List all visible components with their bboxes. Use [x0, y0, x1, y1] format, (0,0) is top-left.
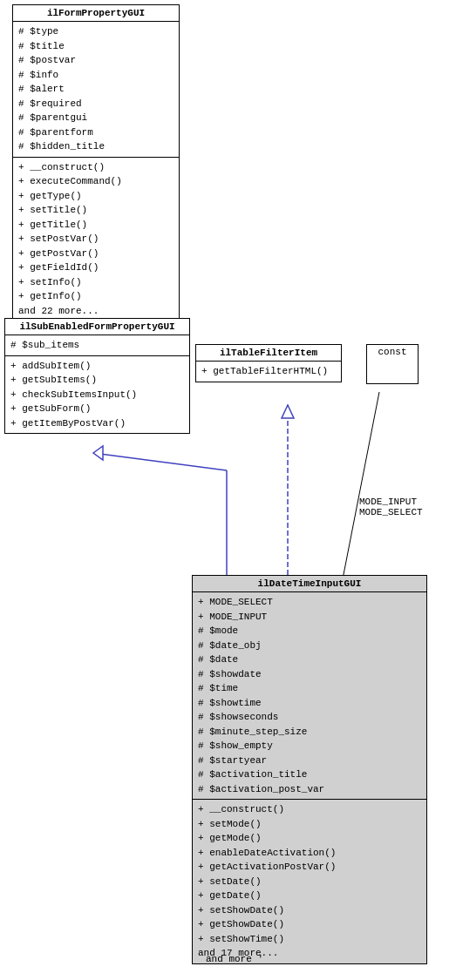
il-form-property-gui-box: ilFormPropertyGUI # $type # $title # $po…	[12, 4, 180, 336]
il-table-filter-item-title: ilTableFilterItem	[196, 345, 341, 362]
il-table-filter-item-box: ilTableFilterItem + getTableFilterHTML()	[195, 344, 342, 382]
il-form-property-gui-attributes: # $type # $title # $postvar # $info # $a…	[13, 22, 179, 158]
svg-line-7	[340, 392, 379, 592]
const-label: const	[372, 347, 412, 357]
diagram-container: ilFormPropertyGUI # $type # $title # $po…	[0, 0, 456, 980]
svg-marker-6	[282, 405, 294, 418]
svg-line-3	[93, 453, 227, 470]
il-sub-enabled-methods: + addSubItem() + getSubItems() + checkSu…	[5, 356, 189, 434]
il-datetime-input-gui-methods: + __construct() + setMode() + getMode() …	[193, 800, 426, 963]
il-datetime-input-gui-title: ilDateTimeInputGUI	[193, 576, 426, 592]
il-form-property-gui-title: ilFormPropertyGUI	[13, 5, 179, 22]
il-datetime-input-gui-attributes: + MODE_SELECT + MODE_INPUT # $mode # $da…	[193, 592, 426, 800]
il-sub-enabled-title: ilSubEnabledFormPropertyGUI	[5, 319, 189, 335]
il-datetime-input-gui-box: ilDateTimeInputGUI + MODE_SELECT + MODE_…	[192, 575, 427, 964]
const-box: const	[366, 344, 419, 384]
il-sub-enabled-form-property-gui-box: ilSubEnabledFormPropertyGUI # $sub_items…	[4, 318, 190, 434]
svg-marker-4	[93, 446, 103, 460]
il-table-filter-item-methods: + getTableFilterHTML()	[196, 362, 341, 382]
mode-labels: MODE_INPUT MODE_SELECT	[359, 497, 423, 517]
and-more-label: and more '	[206, 954, 263, 964]
il-form-property-gui-methods: + __construct() + executeCommand() + get…	[13, 158, 179, 335]
il-sub-enabled-attributes: # $sub_items	[5, 335, 189, 356]
